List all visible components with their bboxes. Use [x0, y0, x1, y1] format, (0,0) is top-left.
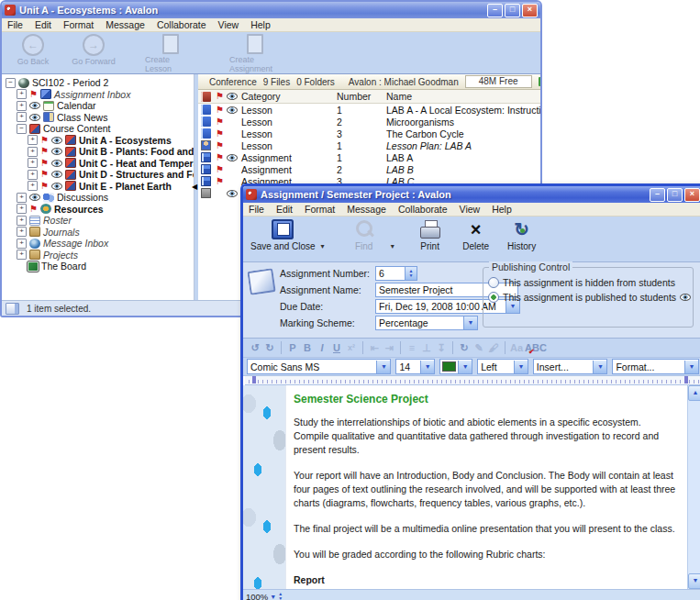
draw-pencil-icon[interactable]: ✎ [472, 341, 485, 355]
tree-expand-box[interactable]: + [28, 181, 38, 191]
close-button[interactable]: × [684, 188, 700, 202]
history-button[interactable]: ↻ History [501, 219, 543, 251]
tree-item-message-inbox[interactable]: +Message Inbox [2, 238, 194, 250]
indent-icon[interactable]: ⇥ [383, 341, 395, 355]
radio-published-option[interactable]: This assignment is published to students [488, 290, 688, 304]
tree-expand-box[interactable]: + [17, 204, 27, 214]
tree-item-discussions[interactable]: +Discussions [2, 192, 194, 204]
menu-format[interactable]: Format [305, 204, 335, 215]
menu-view[interactable]: View [460, 204, 481, 215]
tree-expand-box[interactable]: − [6, 78, 16, 88]
tree-expand-box[interactable]: + [28, 147, 38, 157]
tree-item-unit-d-structures-and-forces[interactable]: +⚑Unit D - Structures and Forces [2, 169, 194, 181]
menu-edit[interactable]: Edit [276, 204, 293, 215]
size-dropdown-icon[interactable]: ▼ [420, 361, 434, 373]
document-body[interactable]: Semester Science Project Study the inter… [286, 385, 687, 589]
thesaurus-icon[interactable]: Aa [510, 341, 523, 355]
plain-style-button[interactable]: P [286, 341, 299, 355]
go-forward-button[interactable]: → Go Forward [68, 34, 119, 66]
column-name[interactable]: Name [386, 91, 540, 102]
insert-combo[interactable]: Insert... ▼ [533, 359, 608, 374]
assignment-number-field[interactable]: 6 ▲▼ [375, 266, 417, 281]
scroll-up-icon[interactable]: ▲ [688, 385, 700, 401]
font-color-combo[interactable]: ▼ [439, 359, 472, 374]
spellcheck-icon[interactable]: ABC [525, 341, 547, 355]
tree-expand-box[interactable]: + [28, 158, 38, 168]
tab-marker-icon[interactable]: ↧ [435, 341, 448, 355]
titlebar[interactable]: Assignment / Semester Project : Avalon –… [243, 186, 700, 203]
font-dropdown-icon[interactable]: ▼ [376, 361, 390, 373]
tree-item-resources[interactable]: +⚑Resources [2, 204, 194, 216]
alignment-combo[interactable]: Left ▼ [477, 359, 528, 374]
item-type-column-icon[interactable] [201, 92, 211, 102]
paintbrush-icon[interactable]: 🖌 [487, 341, 500, 355]
menu-file[interactable]: File [249, 204, 264, 215]
number-spinner[interactable]: ▲▼ [405, 267, 417, 280]
ruler[interactable] [245, 376, 700, 385]
outdent-icon[interactable]: ⇤ [368, 341, 381, 355]
menu-file[interactable]: File [7, 19, 23, 30]
pane-toggle-icon[interactable] [6, 303, 19, 315]
tree-item-unit-a-ecosystems[interactable]: +⚑Unit A - Ecosystems [2, 135, 194, 147]
tree-item-sci102-period-2[interactable]: −SCI102 - Period 2 [2, 77, 194, 89]
align-left-icon[interactable]: ≡ [406, 341, 418, 355]
list-item-the-carbon-cycle[interactable]: ⚑Lesson3The Carbon Cycle [198, 128, 540, 139]
tree-expand-box[interactable]: + [17, 193, 27, 203]
print-button[interactable]: Print [409, 219, 451, 251]
splitter-collapse-icon[interactable]: ◀ [192, 183, 197, 191]
tree-expand-box[interactable]: − [17, 124, 27, 134]
tree-item-journals[interactable]: +Journals [2, 227, 194, 239]
align-center-icon[interactable]: ⊥ [420, 341, 433, 355]
tree-expand-box[interactable]: + [17, 89, 27, 99]
find-dropdown-icon[interactable]: ▾ [391, 242, 394, 250]
tree-item-unit-c-heat-and-temperature[interactable]: +⚑Unit C - Heat and Temperature [2, 158, 194, 170]
tree-expand-box[interactable]: + [28, 170, 38, 180]
list-item-lab-b[interactable]: ⚑Assignment2LAB B [198, 163, 540, 175]
maximize-button[interactable]: □ [505, 4, 520, 17]
list-item-lab-a[interactable]: ⚑Assignment1LAB A [198, 151, 540, 163]
save-dropdown-icon[interactable]: ▾ [321, 242, 325, 250]
tree-expand-box[interactable]: + [17, 101, 27, 111]
format-dropdown-icon[interactable]: ▼ [684, 361, 698, 373]
menu-format[interactable]: Format [63, 19, 94, 30]
tree-expand-box[interactable]: + [17, 227, 27, 237]
font-family-combo[interactable]: Comic Sans MS ▼ [247, 359, 391, 374]
tree-item-calendar[interactable]: +Calendar [2, 100, 194, 112]
tree-item-assignment-inbox[interactable]: +⚑Assignment Inbox [2, 89, 194, 101]
create-lesson-button[interactable]: Create Lesson [145, 34, 196, 73]
tree-item-projects[interactable]: +Projects [2, 250, 194, 261]
tree-expand-box[interactable]: + [28, 135, 38, 145]
tree-expand-box[interactable]: + [17, 112, 27, 122]
align-dropdown-icon[interactable]: ▼ [514, 361, 528, 373]
list-item-microorganisms[interactable]: ⚑Lesson2Microorganisms [198, 116, 540, 128]
vertical-scrollbar[interactable]: ▲ ▼ [687, 385, 700, 589]
underline-button[interactable]: U [330, 341, 343, 355]
font-size-combo[interactable]: 14 ▼ [395, 359, 435, 374]
tree-item-roster[interactable]: +Roster [2, 215, 194, 227]
menu-message[interactable]: Message [347, 204, 386, 215]
tree-item-unit-b-plants-food-and-fibre[interactable]: +⚑Unit B - Plants: Food and Fibre [2, 146, 194, 158]
menu-edit[interactable]: Edit [35, 19, 51, 30]
panel-splitter[interactable]: ◀ [194, 74, 198, 300]
info-icon[interactable]: i [539, 77, 542, 86]
column-number[interactable]: Number [337, 91, 386, 102]
radio-hidden-option[interactable]: This assignment is hidden from students [488, 275, 688, 289]
menu-help[interactable]: Help [492, 204, 512, 215]
list-item-lab-a-a-local-ecosystem-instructions[interactable]: ⚑Lesson1LAB A - A Local Ecosystem: Instr… [198, 104, 540, 116]
minimize-button[interactable]: – [487, 4, 503, 17]
redo-icon[interactable]: ↻ [263, 341, 276, 355]
zoom-dropdown-icon[interactable]: ▼ [270, 594, 276, 600]
list-item-lesson-plan-lab-a[interactable]: ⚑Lesson1Lesson Plan: LAB A [198, 139, 540, 151]
superscript-button[interactable]: x² [345, 341, 358, 355]
maximize-button[interactable]: □ [667, 188, 683, 202]
color-dropdown-icon[interactable]: ▼ [458, 361, 472, 373]
radio-checked-icon[interactable] [488, 292, 499, 303]
scroll-down-icon[interactable]: ▼ [688, 573, 700, 589]
bold-button[interactable]: B [301, 341, 314, 355]
minimize-button[interactable]: – [650, 188, 665, 202]
rotate-icon[interactable]: ↻ [458, 341, 471, 355]
tree-expand-box[interactable]: + [17, 216, 27, 226]
tree-item-course-content[interactable]: −Course Content [2, 123, 194, 135]
find-button[interactable]: Find [343, 219, 385, 251]
save-and-close-button[interactable]: Save and Close [250, 219, 316, 251]
